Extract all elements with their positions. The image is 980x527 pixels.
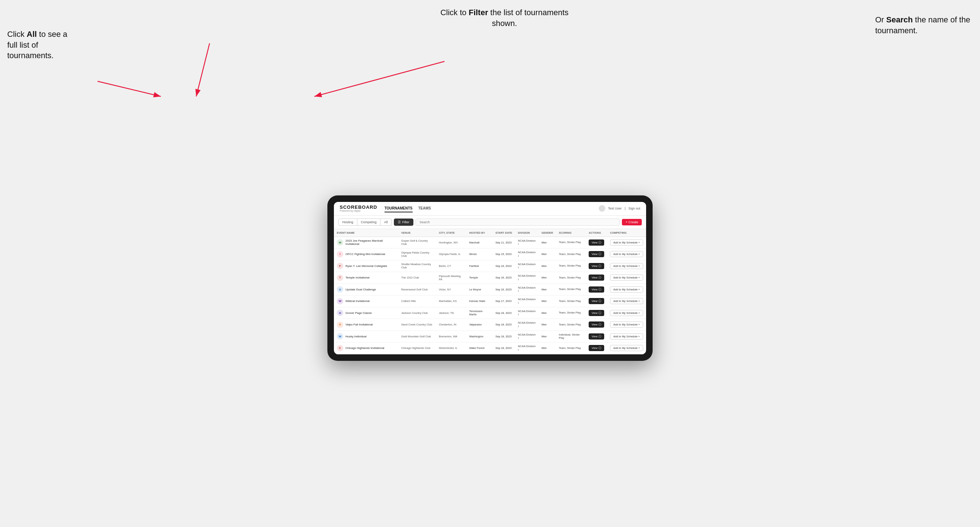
info-icon: ⓘ (598, 264, 601, 268)
cell-city-state: Berlin, CT (436, 260, 466, 272)
cell-hosted-by: Tennessee-Martin (466, 307, 493, 319)
info-icon: ⓘ (598, 335, 601, 338)
cell-city-state: Plymouth Meeting, PA (436, 272, 466, 284)
info-icon: ⓘ (598, 252, 601, 256)
nav-tab-teams[interactable]: TEAMS (418, 205, 431, 213)
cell-competing: Add to My Schedule + (607, 343, 646, 354)
add-to-schedule-button[interactable]: Add to My Schedule + (610, 275, 643, 281)
logo-main-text: SCOREBOARD (340, 205, 377, 210)
event-name-text: OFCC Fighting Illini Invitational (345, 252, 385, 256)
team-logo: T (337, 275, 343, 281)
cell-hosted-by: Illinois (466, 249, 493, 260)
cell-event-name: V Valpo Fall Invitational (334, 319, 398, 331)
view-button[interactable]: View ⓘ (589, 345, 604, 351)
cell-start-date: Sep 18, 2023 (493, 319, 515, 331)
tournaments-table: EVENT NAME VENUE CITY, STATE HOSTED BY S… (334, 229, 646, 354)
header-right: Test User | Sign out (599, 205, 640, 212)
cell-venue: Sand Creek Country Club (398, 319, 436, 331)
add-to-schedule-button[interactable]: Add to My Schedule + (610, 321, 643, 328)
cell-start-date: Sep 16, 2023 (493, 272, 515, 284)
view-button[interactable]: View ⓘ (589, 251, 604, 257)
cell-venue: The 1912 Club (398, 272, 436, 284)
cell-city-state: Westchester, IL (436, 343, 466, 354)
event-name-text: Grover Page Classic (345, 311, 372, 314)
cell-start-date: Sep 16, 2023 (493, 260, 515, 272)
cell-division: NCAA Division I (515, 260, 538, 272)
cell-division: NCAA Division I (515, 284, 538, 295)
cell-venue: Olympia Fields Country Club (398, 249, 436, 260)
col-event-name: EVENT NAME (334, 229, 398, 237)
cell-scoring: Team, Stroke Play (556, 307, 586, 319)
tab-competing[interactable]: Competing (357, 219, 381, 226)
view-button[interactable]: View ⓘ (589, 333, 604, 340)
cell-start-date: Sep 16, 2023 (493, 284, 515, 295)
cell-competing: Add to My Schedule + (607, 330, 646, 343)
add-to-schedule-button[interactable]: Add to My Schedule + (610, 263, 643, 269)
cell-event-name: W Wildcat Invitational (334, 295, 398, 307)
create-button[interactable]: + Create (622, 219, 642, 225)
team-logo: I (337, 251, 343, 257)
cell-start-date: Sep 11, 2023 (493, 237, 515, 249)
filter-button[interactable]: ☰ Filter (394, 219, 414, 226)
table-header-row: EVENT NAME VENUE CITY, STATE HOSTED BY S… (334, 229, 646, 237)
view-button[interactable]: View ⓘ (589, 321, 604, 328)
sign-out-link[interactable]: Sign out (628, 206, 640, 210)
tab-hosting[interactable]: Hosting (338, 219, 357, 226)
cell-gender: Men (538, 284, 556, 295)
cell-venue: Chicago Highlands Club (398, 343, 436, 354)
cell-venue: Guyan Golf & Country Club (398, 237, 436, 249)
event-name-text: Temple Invitational (345, 276, 369, 279)
add-to-schedule-button[interactable]: Add to My Schedule + (610, 251, 643, 257)
view-button[interactable]: View ⓘ (589, 310, 604, 316)
cell-actions: View ⓘ (586, 343, 607, 354)
scoreboard-logo: SCOREBOARD Powered by clippd (340, 205, 377, 212)
cell-division: NCAA Division I (515, 237, 538, 249)
cell-venue: Colbert Hills (398, 295, 436, 307)
tab-all[interactable]: All (380, 219, 392, 226)
add-to-schedule-button[interactable]: Add to My Schedule + (610, 345, 643, 351)
add-to-schedule-button[interactable]: Add to My Schedule + (610, 286, 643, 292)
cell-hosted-by: Valparaiso (466, 319, 493, 331)
filter-label: Filter (402, 220, 409, 224)
cell-city-state: Olympia Fields, IL (436, 249, 466, 260)
cell-gender: Men (538, 237, 556, 249)
cell-event-name: F Ryan T. Lee Memorial Collegiate (334, 260, 398, 272)
team-logo: W (337, 298, 343, 305)
view-button[interactable]: View ⓘ (589, 286, 604, 292)
col-actions: ACTIONS (586, 229, 607, 237)
cell-gender: Men (538, 272, 556, 284)
team-logo: M (337, 239, 343, 246)
cell-start-date: Sep 18, 2023 (493, 343, 515, 354)
add-to-schedule-button[interactable]: Add to My Schedule + (610, 298, 643, 304)
team-logo: F (337, 263, 343, 269)
cell-event-name: T Temple Invitational (334, 272, 398, 284)
cell-actions: View ⓘ (586, 249, 607, 260)
view-button[interactable]: View ⓘ (589, 298, 604, 304)
cell-hosted-by: Temple (466, 272, 493, 284)
cell-division: NCAA Division I (515, 272, 538, 284)
cell-event-name: G Grover Page Classic (334, 307, 398, 319)
cell-gender: Men (538, 343, 556, 354)
add-to-schedule-button[interactable]: Add to My Schedule + (610, 310, 643, 316)
filter-icon: ☰ (398, 220, 401, 224)
view-button[interactable]: View ⓘ (589, 240, 604, 246)
team-logo: C (337, 345, 343, 351)
cell-division: NCAA Division I (515, 343, 538, 354)
cell-city-state: Victor, NY (436, 284, 466, 295)
nav-tab-tournaments[interactable]: TOURNAMENTS (385, 205, 413, 213)
view-button[interactable]: View ⓘ (589, 263, 604, 269)
add-to-schedule-button[interactable]: Add to My Schedule + (610, 240, 643, 246)
cell-division: NCAA Division I (515, 249, 538, 260)
search-input[interactable] (415, 219, 620, 226)
app-header: SCOREBOARD Powered by clippd TOURNAMENTS… (334, 202, 646, 216)
cell-scoring: Team, Stroke Play (556, 295, 586, 307)
cell-division: NCAA Division I (515, 330, 538, 343)
table-row: T Temple Invitational The 1912 Club Plym… (334, 272, 646, 284)
info-icon: ⓘ (598, 322, 601, 327)
col-venue: VENUE (398, 229, 436, 237)
cell-gender: Men (538, 307, 556, 319)
cell-start-date: Sep 18, 2023 (493, 307, 515, 319)
add-to-schedule-button[interactable]: Add to My Schedule + (610, 333, 643, 340)
table-row: I OFCC Fighting Illini Invitational Olym… (334, 249, 646, 260)
view-button[interactable]: View ⓘ (589, 275, 604, 281)
